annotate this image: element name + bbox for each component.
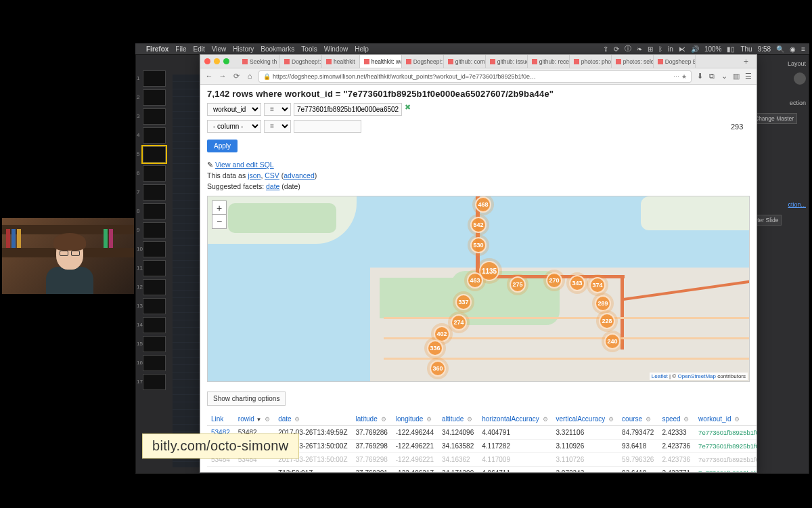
map-cluster-marker[interactable]: 336 (427, 340, 443, 356)
filter-column-select-2[interactable]: - column - (207, 120, 261, 133)
window-close-icon[interactable] (204, 58, 210, 64)
column-header[interactable]: workout_id ⚙ (694, 412, 757, 426)
browser-tab[interactable]: photos: select r (612, 55, 654, 68)
column-header[interactable]: horizontalAccuracy ⚙ (478, 412, 551, 426)
address-bar[interactable]: 🔒 https://dogsheep.simonwillison.net/hea… (258, 70, 692, 83)
workout-id-link[interactable]: 7e773601fb8925b1f0e000ea65027 (694, 440, 757, 453)
browser-tab[interactable]: github: recent_c (528, 55, 570, 68)
wifi-icon[interactable]: ⧔ (679, 45, 685, 53)
map-cluster-marker[interactable]: 360 (430, 360, 446, 377)
menu-bookmarks[interactable]: Bookmarks (261, 45, 294, 53)
avatar[interactable] (794, 72, 806, 85)
filter-op-select-2[interactable]: = (264, 120, 291, 133)
inspector-tab-layout[interactable]: Layout (751, 58, 806, 70)
menu-edit[interactable]: Edit (193, 45, 204, 53)
row-link[interactable] (207, 467, 234, 473)
column-header[interactable]: speed ⚙ (658, 412, 694, 426)
column-header[interactable]: Link (207, 412, 234, 426)
change-master-button[interactable]: Change Master (751, 113, 797, 124)
downloads-icon[interactable]: ⬇ (696, 72, 704, 81)
browser-tab[interactable]: Dogsheep!: bet… (402, 55, 444, 68)
menu-help[interactable]: Help (355, 45, 369, 53)
column-header[interactable]: date ⚙ (274, 412, 351, 426)
grid-icon[interactable]: ⊞ (648, 45, 653, 53)
map-cluster-marker[interactable]: 542 (470, 217, 487, 233)
menubar-app-name[interactable]: Firefox (146, 45, 168, 53)
map-cluster-marker[interactable]: 468 (475, 196, 491, 213)
column-header[interactable]: rowid ▼ ⚙ (234, 412, 274, 426)
screenshot-icon[interactable]: ⧉ (708, 72, 716, 81)
nav-back-icon[interactable]: ← (204, 72, 214, 81)
menu-tools[interactable]: Tools (301, 45, 317, 53)
browser-tab[interactable]: Dogsheep!: bet… (280, 55, 322, 68)
browser-tab[interactable]: github: issues: i (486, 55, 528, 68)
map[interactable]: + − 468542530113546327527034337433728927… (207, 196, 750, 382)
page-content[interactable]: 7,142 rows where workout_id = "7e773601f… (200, 85, 757, 472)
page-actions-icon[interactable]: ⋯ ★ (673, 73, 687, 80)
slide-thumbnail-rail[interactable]: 1 2 3 4 5 6 7 8 9 10 11 12 13 14 15 16 1… (141, 68, 168, 467)
sync-icon[interactable]: ⟳ (614, 45, 619, 53)
nav-home-icon[interactable]: ⌂ (245, 72, 254, 81)
column-header[interactable]: latitude ⚙ (352, 412, 392, 426)
map-cluster-marker[interactable]: 240 (604, 333, 621, 350)
zoom-out-button[interactable]: − (212, 215, 226, 228)
notification-center-icon[interactable]: ≡ (801, 45, 805, 53)
filter-value-input[interactable] (294, 103, 402, 116)
window-zoom-icon[interactable] (223, 58, 229, 64)
linkedin-icon[interactable]: in (668, 45, 673, 53)
column-header[interactable]: course ⚙ (618, 412, 658, 426)
zoom-in-button[interactable]: + (212, 201, 226, 215)
browser-tab[interactable]: Seeking th (238, 55, 280, 68)
nav-reload-icon[interactable]: ⟳ (231, 72, 241, 81)
osm-link[interactable]: OpenStreetMap (677, 373, 715, 379)
export-advanced-link[interactable]: advanced (284, 171, 315, 179)
pocket-icon[interactable]: ⌄ (720, 72, 728, 81)
map-cluster-marker[interactable]: 374 (589, 277, 606, 293)
workout-id-link[interactable]: 7e773601fb8925b1f0e000ea65027 (694, 453, 757, 467)
browser-tab[interactable]: photos: photos… (570, 55, 612, 68)
menu-window[interactable]: Window (324, 45, 348, 53)
info-icon[interactable]: ⓘ (625, 44, 631, 54)
filter-op-select[interactable]: = (264, 103, 291, 116)
remove-filter-icon[interactable]: ✖ (405, 103, 411, 116)
browser-tab[interactable]: healthkit (322, 55, 360, 68)
bear-icon[interactable]: ❧ (637, 45, 642, 53)
filter-value-input-2[interactable] (294, 120, 361, 133)
export-json-link[interactable]: json (248, 171, 261, 179)
battery-icon[interactable]: ▮▯ (727, 45, 735, 53)
map-cluster-marker[interactable]: 530 (470, 237, 487, 253)
map-cluster-marker[interactable]: 275 (510, 276, 526, 293)
menu-history[interactable]: History (233, 45, 254, 53)
browser-tab[interactable]: healthkit: wo× (360, 55, 402, 68)
library-icon[interactable]: ▥ (732, 72, 740, 81)
leaflet-link[interactable]: Leaflet (652, 373, 668, 379)
dropbox-icon[interactable]: ⇪ (603, 45, 608, 53)
window-minimize-icon[interactable] (214, 58, 220, 64)
filter-column-select[interactable]: workout_id (207, 103, 261, 116)
menu-view[interactable]: View (212, 45, 227, 53)
map-cluster-marker[interactable]: 343 (569, 275, 585, 291)
bluetooth-icon[interactable]: ᛒ (658, 45, 662, 53)
map-cluster-marker[interactable]: 274 (451, 314, 467, 331)
column-header[interactable]: altitude ⚙ (438, 412, 478, 426)
new-tab-button[interactable]: + (740, 57, 752, 66)
browser-tab[interactable]: Dogsheep Beta (654, 55, 696, 68)
map-cluster-marker[interactable]: 463 (467, 272, 483, 289)
view-edit-sql-link[interactable]: View and edit SQL (215, 161, 274, 169)
hamburger-icon[interactable]: ☰ (744, 72, 752, 81)
column-header[interactable]: verticalAccuracy ⚙ (552, 412, 618, 426)
apply-button[interactable]: Apply (207, 140, 238, 152)
nav-forward-icon[interactable]: → (218, 72, 227, 81)
column-header[interactable]: longitude ⚙ (392, 412, 438, 426)
workout-id-link[interactable]: 7e773601fb8925b1f0e000ea65027 (694, 426, 757, 440)
map-cluster-marker[interactable]: 270 (546, 272, 562, 289)
volume-icon[interactable]: 🔊 (691, 45, 699, 53)
facet-date-link[interactable]: date (266, 182, 279, 190)
browser-tab[interactable]: github: commit… (444, 55, 486, 68)
map-cluster-marker[interactable]: 289 (595, 295, 611, 312)
show-charting-options-button[interactable]: Show charting options (207, 391, 286, 406)
export-csv-link[interactable]: CSV (265, 171, 279, 179)
map-cluster-marker[interactable]: 228 (599, 313, 615, 329)
spotlight-icon[interactable]: 🔍 (776, 45, 784, 53)
edit-section-link[interactable]: ction... (751, 198, 806, 211)
